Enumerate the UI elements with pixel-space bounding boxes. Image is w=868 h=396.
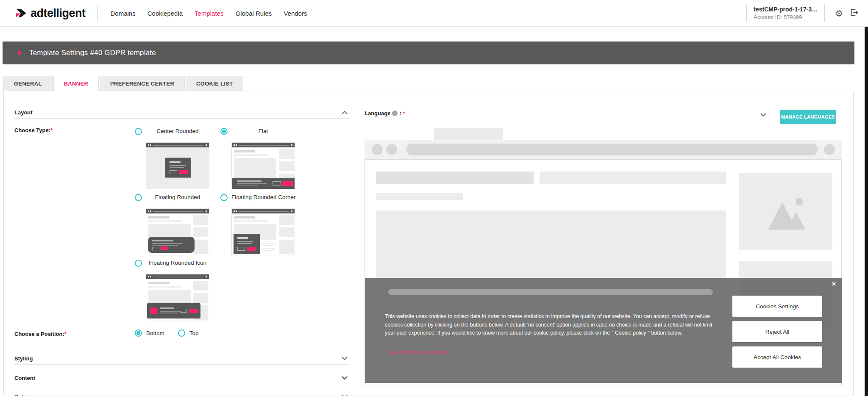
type-option-center-rounded: Center Rounded <box>135 128 209 189</box>
nav-item-templates[interactable]: Templates <box>195 10 223 17</box>
divider <box>746 4 747 22</box>
type-option-floating-rounded-icon: Floating Rounded Icon <box>135 260 209 321</box>
placeholder-block <box>540 172 726 184</box>
thumbnail-floating-rounded-icon[interactable] <box>146 274 209 321</box>
mock-page: ✕ This website uses cookies to collect d… <box>364 159 842 385</box>
adtelligent-logo-icon <box>15 7 27 19</box>
position-radio-group: Bottom Top <box>135 330 199 337</box>
type-label-flat[interactable]: Flat <box>231 128 295 134</box>
manage-languages-button[interactable]: MANAGE LANGUAGES <box>780 110 836 124</box>
accept-all-cookies-button[interactable]: Accept All Cookies <box>732 346 822 368</box>
settings-gear-icon[interactable]: ⚙ <box>835 9 843 18</box>
choose-position-label: Choose a Position:* <box>14 331 67 337</box>
chevron-down-icon[interactable] <box>342 395 348 396</box>
browser-circle <box>824 144 835 155</box>
consent-banner-preview: ✕ This website uses cookies to collect d… <box>365 278 842 383</box>
page-title: Template Settings #40 GDPR template <box>29 49 156 57</box>
chevron-down-icon[interactable] <box>342 376 348 380</box>
radio-flat[interactable] <box>220 128 228 135</box>
chevron-up-icon[interactable] <box>342 111 348 114</box>
browser-tab-shape <box>434 128 503 140</box>
choose-type-label: Choose Type:* <box>14 127 53 133</box>
account-id: Account ID: 579399 <box>754 14 818 20</box>
logout-icon[interactable] <box>850 8 859 18</box>
type-option-floating-rounded-corner: Floating Rounded Corner <box>220 194 295 255</box>
chevron-down-icon <box>760 113 766 117</box>
tab-banner[interactable]: BANNER <box>53 76 99 91</box>
radio-center-rounded[interactable] <box>135 128 142 135</box>
nav-item-cookiepedia[interactable]: Cookiepedia <box>147 10 183 17</box>
placeholder-block <box>376 172 534 184</box>
info-icon[interactable]: i <box>392 111 398 116</box>
banner-title-placeholder <box>388 289 713 295</box>
radio-floating-rounded-corner[interactable] <box>220 194 228 201</box>
reject-all-button[interactable]: Reject All <box>732 321 822 342</box>
tab-bar: GENERAL BANNER PREFERENCE CENTER COOKIE … <box>3 76 243 91</box>
type-label-floating-rounded-icon[interactable]: Floating Rounded Icon <box>146 260 209 266</box>
nav-item-vendors[interactable]: Vendors <box>284 10 307 17</box>
section-content-title: Content <box>14 375 35 381</box>
banner-settings-card: Layout Choose Type:* Center Rounded <box>3 91 854 396</box>
browser-address-bar <box>406 144 818 155</box>
preview-right-column: Language i :* MANAGE LANGUAGES <box>364 91 842 396</box>
tab-preference-center[interactable]: PREFERENCE CENTER <box>100 76 185 91</box>
section-behavior-header[interactable]: Behavior <box>14 390 349 396</box>
type-label-floating-rounded[interactable]: Floating Rounded <box>146 194 209 200</box>
cookies-settings-button[interactable]: Cookies Settings <box>732 296 822 317</box>
section-styling-title: Styling <box>14 355 33 362</box>
partners-vendors-link[interactable]: List of Partners (vendors) <box>388 349 448 355</box>
banner-buttons: Cookies Settings Reject All Accept All C… <box>732 296 822 368</box>
divider <box>97 5 98 22</box>
placeholder-block <box>376 210 726 283</box>
radio-floating-rounded[interactable] <box>135 194 142 201</box>
type-label-floating-rounded-corner[interactable]: Floating Rounded Corner <box>231 194 295 200</box>
nav-item-domains[interactable]: Domains <box>111 10 136 17</box>
top-nav: adtelligent Domains Cookiepedia Template… <box>0 0 868 27</box>
main-nav: Domains Cookiepedia Templates Global Rul… <box>111 10 307 17</box>
divider <box>824 4 825 22</box>
nav-item-global-rules[interactable]: Global Rules <box>235 10 272 17</box>
section-styling-header[interactable]: Styling <box>14 352 349 365</box>
image-placeholder-icon <box>760 191 811 233</box>
brand-name: adtelligent <box>31 7 86 20</box>
placeholder-block <box>376 193 463 200</box>
image-placeholder-block <box>739 173 832 250</box>
radio-floating-rounded-icon[interactable] <box>135 260 142 267</box>
template-settings-title-bar: Template Settings #40 GDPR template <box>3 42 854 64</box>
type-label-center-rounded[interactable]: Center Rounded <box>146 128 209 134</box>
vertical-scrollbar[interactable] <box>865 27 868 396</box>
position-option-top[interactable]: Top <box>178 330 199 337</box>
type-option-floating-rounded: Floating Rounded <box>135 194 209 255</box>
expand-arrow-icon <box>18 50 22 55</box>
chevron-down-icon[interactable] <box>342 357 348 360</box>
account-area: testCMP-prod-1-17-3… Account ID: 579399 … <box>740 4 862 22</box>
close-icon[interactable]: ✕ <box>832 281 836 287</box>
section-content-header[interactable]: Content <box>14 372 349 384</box>
section-layout-header[interactable]: Layout <box>14 106 349 119</box>
browser-circle <box>386 144 397 155</box>
section-behavior-title: Behavior <box>14 393 38 396</box>
position-option-bottom[interactable]: Bottom <box>135 330 164 337</box>
section-layout-title: Layout <box>14 109 33 116</box>
thumbnail-center-rounded[interactable] <box>146 142 209 189</box>
type-option-flat: Flat <box>220 128 295 189</box>
settings-left-column: Layout Choose Type:* Center Rounded <box>14 91 349 396</box>
language-select[interactable] <box>532 108 774 123</box>
brand-logo[interactable]: adtelligent <box>15 7 86 20</box>
account-name: testCMP-prod-1-17-3… <box>754 6 818 13</box>
banner-preview: ✕ This website uses cookies to collect d… <box>364 128 842 393</box>
thumbnail-floating-rounded-corner[interactable] <box>231 208 295 255</box>
browser-circle <box>372 144 383 155</box>
tab-cookie-list[interactable]: COOKIE LIST <box>186 76 243 91</box>
thumbnail-flat[interactable] <box>231 142 295 189</box>
language-label: Language i :* <box>364 110 405 116</box>
thumbnail-floating-rounded[interactable] <box>146 208 209 255</box>
browser-chrome <box>364 140 842 159</box>
radio-bottom[interactable] <box>135 330 142 337</box>
banner-description-text: This website uses cookies to collect dat… <box>385 313 720 338</box>
tab-general[interactable]: GENERAL <box>3 76 53 91</box>
radio-top[interactable] <box>178 330 185 337</box>
